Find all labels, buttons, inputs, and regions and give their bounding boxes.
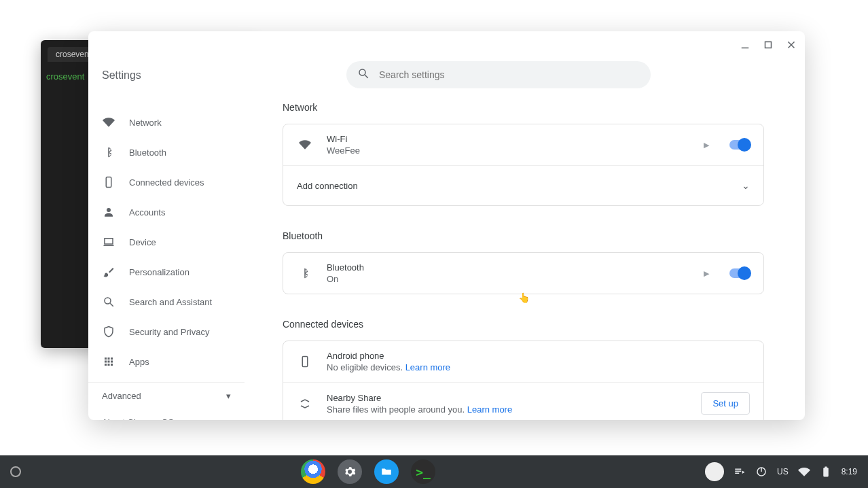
shield-icon	[102, 325, 115, 338]
svg-rect-18	[111, 364, 113, 366]
settings-app[interactable]	[338, 459, 362, 484]
svg-rect-11	[108, 358, 110, 360]
phone-icon	[102, 175, 115, 189]
nearby-title: Nearby Share	[327, 393, 701, 403]
shelf: >_ US 8:19	[0, 455, 868, 488]
android-title: Android phone	[327, 351, 750, 361]
chevron-down-icon: ▾	[226, 391, 231, 401]
phone-icon	[297, 353, 313, 370]
sidebar-item-label: Security and Privacy	[129, 327, 210, 337]
svg-point-8	[105, 298, 111, 304]
svg-rect-4	[106, 177, 111, 188]
bluetooth-toggle[interactable]	[729, 268, 750, 278]
svg-rect-6	[105, 239, 113, 244]
sidebar-item-personalization[interactable]: Personalization	[88, 257, 245, 287]
sidebar-item-security[interactable]: Security and Privacy	[88, 317, 245, 347]
svg-line-20	[365, 75, 368, 78]
chevron-right-icon: ▶	[704, 269, 709, 278]
wifi-tray-icon	[798, 466, 810, 478]
wifi-name: WeeFee	[327, 145, 704, 156]
advanced-label: Advanced	[102, 391, 141, 401]
ime-indicator[interactable]: US	[777, 467, 789, 476]
terminal-prompt: crosevent	[46, 71, 84, 82]
svg-line-9	[110, 303, 113, 307]
svg-rect-15	[111, 361, 113, 363]
nearby-icon	[297, 396, 313, 412]
search-bar[interactable]	[346, 61, 651, 88]
search-icon	[357, 67, 369, 82]
main-content: Network Wi-Fi WeeFee ▶ Add connection	[245, 31, 805, 420]
bluetooth-title: Bluetooth	[327, 262, 704, 273]
status-tray[interactable]: US 8:19	[705, 462, 868, 481]
sidebar-item-label: Network	[129, 118, 162, 128]
setup-button[interactable]: Set up	[701, 392, 750, 415]
clock[interactable]: 8:19	[842, 467, 857, 476]
playlist-icon[interactable]	[734, 466, 746, 478]
wifi-icon	[102, 116, 115, 129]
section-title-connected: Connected devices	[283, 319, 764, 330]
wifi-toggle[interactable]	[729, 140, 750, 150]
bluetooth-icon	[102, 145, 115, 159]
sidebar-item-bluetooth[interactable]: Bluetooth	[88, 137, 245, 167]
search-input[interactable]	[379, 69, 640, 80]
chevron-down-icon: ⌄	[742, 180, 750, 191]
bluetooth-card: Bluetooth On ▶	[283, 252, 764, 294]
shelf-apps: >_	[31, 459, 705, 484]
android-phone-row[interactable]: Android phone No eligible devices. Learn…	[283, 341, 763, 383]
add-connection-row[interactable]: Add connection ⌄	[283, 166, 763, 205]
sidebar-item-label: Personalization	[129, 267, 189, 277]
page-title: Settings	[102, 69, 141, 82]
svg-rect-10	[105, 358, 107, 360]
sidebar-item-label: Accounts	[129, 207, 165, 217]
sidebar-item-label: Search and Assistant	[129, 297, 212, 307]
svg-rect-14	[108, 361, 110, 363]
sidebar-item-network[interactable]: Network	[88, 107, 245, 137]
sidebar-item-apps[interactable]: Apps	[88, 347, 245, 377]
svg-rect-13	[105, 361, 107, 363]
sidebar-item-label: Connected devices	[129, 177, 204, 188]
nearby-sub: Share files with people around you. Lear…	[327, 404, 701, 415]
wifi-title: Wi-Fi	[327, 134, 704, 144]
sidebar-advanced[interactable]: Advanced ▾	[88, 382, 245, 409]
power-icon	[755, 466, 767, 478]
sidebar-item-label: Bluetooth	[129, 147, 166, 158]
search-icon	[102, 295, 115, 309]
settings-window: Settings Network Bluetooth Connected dev…	[88, 31, 805, 420]
connected-card: Android phone No eligible devices. Learn…	[283, 341, 764, 420]
section-title-network: Network	[283, 102, 764, 113]
section-title-bluetooth: Bluetooth	[283, 230, 764, 241]
files-app[interactable]	[374, 459, 399, 484]
sidebar-item-label: Device	[129, 237, 156, 247]
laptop-icon	[102, 235, 115, 249]
learn-more-link[interactable]: Learn more	[467, 404, 512, 415]
svg-rect-24	[823, 468, 829, 477]
terminal-app[interactable]: >_	[411, 459, 435, 484]
android-sub: No eligible devices. Learn more	[327, 362, 750, 372]
svg-rect-25	[825, 467, 827, 468]
sidebar-about[interactable]: About Chrome OS	[88, 409, 245, 420]
svg-rect-12	[111, 358, 113, 360]
chevron-right-icon: ▶	[704, 141, 709, 150]
svg-rect-16	[105, 364, 107, 366]
launcher-button[interactable]	[10, 466, 21, 477]
svg-rect-17	[108, 364, 110, 366]
sidebar-item-accounts[interactable]: Accounts	[88, 197, 245, 227]
brush-icon	[102, 265, 115, 279]
avatar[interactable]	[705, 462, 724, 481]
wifi-row[interactable]: Wi-Fi WeeFee ▶	[283, 124, 763, 166]
apps-icon	[102, 355, 115, 368]
chrome-app[interactable]	[301, 459, 325, 484]
sidebar-item-search[interactable]: Search and Assistant	[88, 287, 245, 317]
sidebar-item-label: Apps	[129, 357, 149, 367]
sidebar-item-connected[interactable]: Connected devices	[88, 167, 245, 197]
bluetooth-row[interactable]: Bluetooth On ▶	[283, 253, 763, 294]
battery-tray-icon	[820, 466, 832, 478]
sidebar-item-device[interactable]: Device	[88, 227, 245, 257]
person-icon	[102, 205, 115, 219]
bluetooth-status: On	[327, 274, 704, 284]
nearby-share-row[interactable]: Nearby Share Share files with people aro…	[283, 383, 763, 420]
learn-more-link[interactable]: Learn more	[405, 362, 450, 372]
svg-point-19	[359, 69, 365, 75]
svg-point-5	[107, 208, 111, 212]
network-card: Wi-Fi WeeFee ▶ Add connection ⌄	[283, 124, 764, 206]
